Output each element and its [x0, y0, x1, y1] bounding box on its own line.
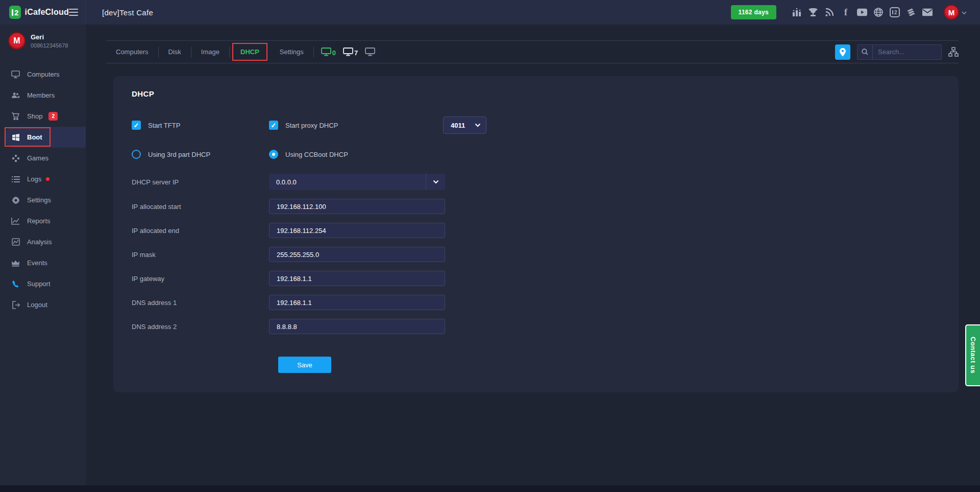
sidebar-item-members[interactable]: Members: [0, 85, 86, 106]
location-pin-button[interactable]: [835, 44, 850, 60]
rss-icon[interactable]: [824, 7, 835, 17]
online-computers-counter[interactable]: 0: [321, 48, 336, 56]
phone-icon: [11, 279, 20, 288]
network-topology-icon[interactable]: [948, 47, 959, 57]
field-label: IP allocated end: [132, 227, 269, 235]
sidebar-item-boot[interactable]: Boot: [4, 127, 86, 148]
proxy-port-select[interactable]: 4011: [443, 116, 486, 134]
chevron-down-icon: [426, 174, 445, 190]
ip-gateway-row: IP gateway: [132, 271, 959, 286]
user-name: Geri: [31, 33, 68, 41]
field-label: IP gateway: [132, 275, 269, 283]
tab-separator: [229, 46, 230, 58]
gear-icon: [11, 196, 20, 204]
sidebar-item-label: Logout: [27, 301, 47, 309]
other-computers-counter[interactable]: [365, 48, 375, 56]
user-avatar[interactable]: M: [944, 5, 959, 20]
dns-address-2-input[interactable]: [269, 319, 445, 334]
cafe-title: [dev]Test Cafe: [102, 8, 153, 17]
logout-icon: [11, 300, 20, 309]
tab-settings[interactable]: Settings: [270, 48, 313, 56]
chart-line-icon: [11, 217, 20, 225]
sidebar-item-logout[interactable]: Logout: [0, 294, 86, 315]
dhcp-mode-row: Using 3rd part DHCP Using CCBoot DHCP: [132, 147, 959, 161]
sidebar-item-logs[interactable]: Logs: [0, 169, 86, 190]
third-party-dhcp-radio[interactable]: [132, 150, 141, 159]
cart-icon: [11, 112, 20, 121]
online-count: 0: [332, 50, 336, 56]
third-party-dhcp-label: Using 3rd part DHCP: [148, 151, 210, 158]
account-chevron-down-icon[interactable]: [962, 8, 967, 17]
facebook-icon[interactable]: f: [841, 7, 851, 17]
icafecloud-app-icon[interactable]: 2: [890, 7, 900, 17]
start-proxy-dhcp-label: Start proxy DHCP: [285, 122, 338, 129]
offline-computers-counter[interactable]: 7: [343, 48, 358, 56]
ip-allocated-start-input[interactable]: [269, 199, 445, 214]
sidebar-item-analysis[interactable]: Analysis: [0, 231, 86, 252]
mail-icon[interactable]: [922, 7, 933, 17]
icafecloud-logo-icon: 2: [9, 6, 21, 19]
tab-separator: [313, 46, 314, 58]
user-phone: 008612345678: [31, 42, 68, 49]
sidebar-item-reports[interactable]: Reports: [0, 210, 86, 231]
contact-us-tab[interactable]: Contact us: [965, 324, 980, 386]
menu-toggle-icon[interactable]: [69, 9, 78, 16]
sidebar-item-events[interactable]: Events: [0, 252, 86, 273]
offline-count: 7: [354, 50, 358, 56]
tftp-proxy-row: ✓ Start TFTP ✓ Start proxy DHCP 4011: [132, 116, 959, 134]
dhcp-server-ip-select[interactable]: 0.0.0.0: [269, 174, 445, 190]
tab-dhcp[interactable]: DHCP: [232, 43, 267, 61]
sidebar-item-shop[interactable]: Shop 2: [0, 106, 86, 127]
brand-area: 2 iCafeCloud: [0, 0, 86, 25]
ranking-icon[interactable]: [792, 7, 802, 17]
top-header: 2 iCafeCloud [dev]Test Cafe 1162 days: [0, 0, 980, 25]
save-button[interactable]: Save: [278, 357, 331, 373]
sidebar-item-settings[interactable]: Settings: [0, 190, 86, 210]
ip-allocated-end-input[interactable]: [269, 223, 445, 238]
sidebar-nav: Computers Members Shop 2: [0, 64, 86, 315]
field-label: IP mask: [132, 251, 269, 259]
main-content: Computers Disk Image DHCP Settings 0: [86, 25, 980, 492]
users-icon: [11, 91, 20, 100]
list-icon: [11, 175, 20, 183]
proxy-port-value: 4011: [451, 122, 475, 129]
layers-icon[interactable]: [906, 7, 916, 17]
boot-tab-bar: Computers Disk Image DHCP Settings 0: [106, 40, 959, 63]
tab-image[interactable]: Image: [191, 48, 229, 56]
sidebar-item-label: Support: [27, 280, 51, 288]
start-tftp-label: Start TFTP: [148, 122, 180, 129]
sidebar-item-label: Games: [27, 154, 48, 162]
sidebar-item-support[interactable]: Support: [0, 273, 86, 294]
bottom-bar: [0, 485, 980, 492]
sidebar-item-computers[interactable]: Computers: [0, 64, 86, 85]
svg-text:2: 2: [894, 10, 897, 15]
trophy-icon[interactable]: [808, 7, 818, 17]
sidebar-item-games[interactable]: Games: [0, 148, 86, 169]
ccboot-dhcp-radio[interactable]: [269, 150, 278, 159]
ip-allocated-start-row: IP allocated start: [132, 199, 959, 214]
license-days-badge[interactable]: 1162 days: [731, 5, 776, 19]
shop-count-badge: 2: [48, 112, 58, 121]
dhcp-panel: DHCP ✓ Start TFTP ✓ Start proxy DHCP 401…: [113, 76, 959, 392]
field-label: DNS address 1: [132, 299, 269, 307]
sidebar-avatar: M: [8, 32, 26, 50]
search-icon: [857, 45, 873, 59]
start-proxy-dhcp-checkbox[interactable]: ✓: [269, 121, 278, 130]
sidebar-item-label: Logs: [27, 175, 41, 183]
search-input[interactable]: [873, 45, 941, 59]
dhcp-server-ip-row: DHCP server IP 0.0.0.0: [132, 174, 959, 190]
ip-mask-row: IP mask: [132, 247, 959, 262]
ip-allocated-end-row: IP allocated end: [132, 223, 959, 238]
tab-disk[interactable]: Disk: [159, 48, 191, 56]
ip-gateway-input[interactable]: [269, 271, 445, 286]
youtube-icon[interactable]: [857, 7, 867, 17]
start-tftp-checkbox[interactable]: ✓: [132, 121, 141, 130]
globe-icon[interactable]: [873, 7, 884, 17]
sidebar: M Geri 008612345678 Computers: [0, 25, 86, 492]
dns-address-1-input[interactable]: [269, 295, 445, 310]
dhcp-server-ip-value: 0.0.0.0: [269, 178, 426, 186]
tab-computers[interactable]: Computers: [106, 48, 158, 56]
sidebar-item-label: Computers: [27, 71, 60, 78]
ip-mask-input[interactable]: [269, 247, 445, 262]
sidebar-item-label: Boot: [27, 133, 42, 141]
